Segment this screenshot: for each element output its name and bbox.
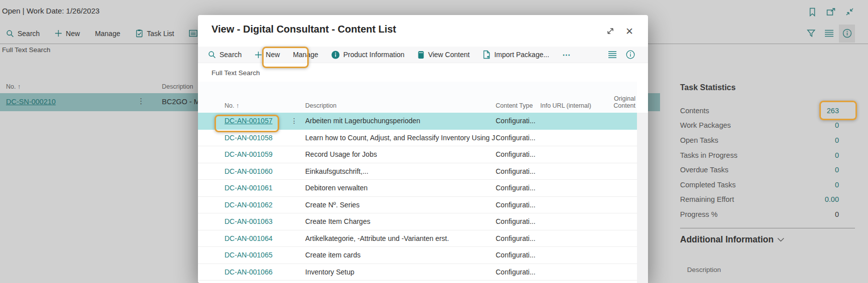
dialog-manage-button[interactable]: Manage [293, 51, 318, 59]
row-menu-icon[interactable]: ⋮ [291, 117, 305, 125]
row-description: Arbeiten mit Lagerbuchungsperioden [305, 117, 496, 125]
vertical-scrollbar[interactable] [637, 113, 648, 283]
row-no-link[interactable]: DC-AN-001060 [225, 167, 273, 175]
dialog-table-body: DC-AN-001057 ⋮ Arbeiten mit Lagerbuchung… [198, 113, 637, 280]
dialog-manage-label: Manage [293, 51, 318, 59]
table-row[interactable]: DC-AN-001060 Einkaufsgutschrift,... Conf… [198, 163, 637, 180]
plus-icon [255, 51, 262, 59]
content-list-dialog: View - Digital Consultant - Content List… [198, 15, 648, 283]
row-description: Create item cards [305, 251, 496, 259]
view-content-label: View Content [428, 51, 470, 59]
table-row[interactable]: DC-AN-001061 Debitoren verwalten Configu… [198, 180, 637, 197]
row-description: Record Usage for Jobs [305, 150, 496, 158]
table-row[interactable]: DC-AN-001064 Artikelkategorie, -Attribut… [198, 230, 637, 247]
row-content-type: Configurati... [496, 234, 540, 242]
dialog-search-label: Search [220, 51, 242, 59]
table-row[interactable]: DC-AN-001066 Inventory Setup Configurati… [198, 264, 637, 281]
expand-dialog-icon[interactable] [605, 26, 616, 37]
dialog-search-button[interactable]: Search [208, 51, 242, 59]
dialog-full-text-search-label: Full Text Search [211, 69, 260, 77]
col-no[interactable]: No. ↑ [225, 102, 291, 109]
row-description: Create Nº. Series [305, 201, 496, 209]
table-row[interactable]: DC-AN-001059 Record Usage for Jobs Confi… [198, 146, 637, 163]
view-content-icon [417, 51, 424, 59]
row-no-link[interactable]: DC-AN-001064 [225, 234, 273, 242]
row-description: Artikelkategorie, -Attribute und -Varian… [305, 234, 496, 242]
table-row[interactable]: DC-AN-001063 Create Item Charges Configu… [198, 213, 637, 230]
col-original-content[interactable]: Original Content [601, 95, 635, 109]
table-row[interactable]: DC-AN-001057 ⋮ Arbeiten mit Lagerbuchung… [198, 113, 637, 130]
row-description: Learn how to Count, Adjust, and Reclassi… [305, 134, 496, 142]
info-filled-icon [331, 51, 340, 59]
dialog-new-button[interactable]: New [255, 51, 280, 59]
table-row[interactable]: DC-AN-001058 Learn how to Count, Adjust,… [198, 130, 637, 147]
table-row[interactable]: DC-AN-001062 Create Nº. Series Configura… [198, 197, 637, 214]
import-package-label: Import Package... [494, 51, 549, 59]
row-content-type: Configurati... [496, 201, 540, 209]
row-description: Einkaufsgutschrift,... [305, 167, 496, 175]
col-info-url[interactable]: Info URL (internal) [540, 102, 601, 109]
row-no-link[interactable]: DC-AN-001063 [225, 217, 273, 225]
import-package-icon [483, 50, 491, 59]
row-no-link[interactable]: DC-AN-001059 [225, 150, 273, 158]
row-no-link[interactable]: DC-AN-001066 [225, 268, 273, 276]
search-icon [208, 51, 216, 59]
row-content-type: Configurati... [496, 184, 540, 192]
row-content-type: Configurati... [496, 251, 540, 259]
row-no-link[interactable]: DC-AN-001061 [225, 184, 273, 192]
col-description[interactable]: Description [305, 102, 496, 109]
row-description: Inventory Setup [305, 268, 496, 276]
row-content-type: Configurati... [496, 268, 540, 276]
view-content-button[interactable]: View Content [417, 51, 470, 59]
row-description: Create Item Charges [305, 217, 496, 225]
row-content-type: Configurati... [496, 167, 540, 175]
row-content-type: Configurati... [496, 117, 540, 125]
row-content-type: Configurati... [496, 150, 540, 158]
dialog-new-label: New [266, 51, 280, 59]
close-dialog-icon[interactable]: ✕ [624, 26, 635, 37]
col-content-type[interactable]: Content Type [496, 102, 540, 109]
product-information-label: Product Information [343, 51, 404, 59]
row-description: Debitoren verwalten [305, 184, 496, 192]
row-no-link[interactable]: DC-AN-001062 [225, 201, 273, 209]
row-no-link[interactable]: DC-AN-001057 [225, 117, 273, 125]
list-view-icon[interactable] [608, 51, 617, 58]
more-actions-icon[interactable]: ⋯ [562, 50, 570, 60]
row-no-link[interactable]: DC-AN-001058 [225, 134, 273, 142]
row-content-type: Configurati... [496, 217, 540, 225]
row-content-type: Configurati... [496, 134, 540, 142]
dialog-action-bar: Search New Manage Product Information Vi… [198, 47, 648, 63]
import-package-button[interactable]: Import Package... [483, 50, 549, 59]
table-row[interactable]: DC-AN-001065 Create item cards Configura… [198, 247, 637, 264]
product-information-button[interactable]: Product Information [331, 51, 404, 59]
row-no-link[interactable]: DC-AN-001065 [225, 251, 273, 259]
info-pane-icon[interactable] [626, 50, 635, 59]
dialog-title: View - Digital Consultant - Content List [211, 24, 396, 35]
dialog-table-header: No. ↑ Description Content Type Info URL … [198, 82, 637, 113]
